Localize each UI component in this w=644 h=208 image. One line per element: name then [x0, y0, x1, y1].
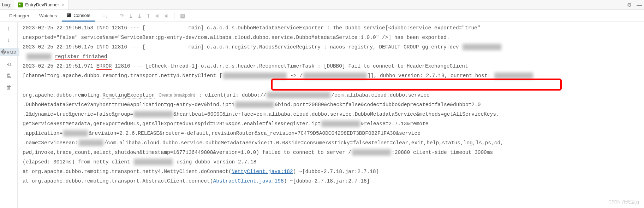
console-toolbar: ≡↓ ↷ ⤓ ⤓ ⤒ ⤨ ⤭ ▦ [102, 12, 185, 19]
grid-icon[interactable]: ▦ [180, 13, 185, 19]
watermark: CSDN @天罡gg [608, 199, 639, 205]
print-icon[interactable]: 🖶 [6, 73, 12, 79]
error-label: ERROR [96, 63, 112, 70]
log-line: .DubboMetadataService?anyhost=true&appli… [23, 100, 640, 110]
skip-icon[interactable]: ⤭ [164, 13, 168, 19]
shuffle-icon[interactable]: ⤨ [155, 13, 160, 19]
redacted [223, 73, 287, 79]
redacted [494, 73, 533, 79]
log-line: at org.apache.dubbo.remoting.transport.n… [23, 167, 640, 177]
gear-icon[interactable]: ⚙ [627, 2, 632, 8]
redacted [26, 53, 51, 60]
log-line: 2023-02-25 22:19:50.153 INFO 12816 --- [… [23, 23, 640, 33]
log-line: 2023-02-25 22:19:51.971 ERROR 12816 --- … [23, 62, 640, 71]
run-config-name: EntryDevRunner [25, 2, 59, 7]
redacted [352, 149, 391, 156]
close-icon[interactable]: × [62, 2, 65, 7]
debug-tabs: Debugger Watches Console ≡↓ ↷ ⤓ ⤓ ⤒ ⤨ ⤭ … [0, 10, 644, 22]
redacted [267, 92, 330, 98]
redacted [303, 73, 367, 79]
redacted [463, 44, 501, 50]
log-line: .application=&revision=2.2.6.RELEASE&rou… [23, 129, 640, 138]
tab-debugger[interactable]: Debugger [4, 11, 34, 21]
tab-console-label: Console [73, 13, 90, 18]
toolbar-separator [114, 12, 114, 19]
down-arrow2-icon[interactable]: ⤓ [137, 13, 142, 19]
exception-link[interactable]: RemotingException [102, 92, 155, 98]
redacted [321, 121, 360, 127]
console-output[interactable]: 2023-02-25 22:19:50.153 INFO 12816 --- [… [18, 22, 644, 208]
log-line: pwd,invoke,trace,count,select,shutdown&t… [23, 148, 640, 157]
bug-label: bug: [2, 2, 11, 7]
toolbar-separator2 [174, 12, 174, 19]
log-line: org.apache.dubbo.remoting.RemotingExcept… [23, 90, 640, 100]
redacted [134, 111, 173, 117]
run-config-icon [18, 2, 23, 7]
source-link[interactable]: NettyClient.java:182 [232, 169, 293, 174]
run-config-bar: bug: EntryDevRunner × ⚙ — [0, 0, 644, 10]
softwrap-icon[interactable]: �ями [0, 48, 19, 56]
redacted [134, 159, 173, 165]
down-arrow-icon[interactable]: ⤓ [129, 13, 133, 19]
source-link[interactable]: AbstractClient.java:198 [213, 178, 284, 184]
up-icon[interactable]: ↑ [7, 25, 10, 32]
log-line: unexported="false" serviceName="ServiceB… [23, 33, 640, 42]
up-arrow-icon[interactable]: ⤒ [146, 13, 151, 19]
trash-icon[interactable]: 🗑 [6, 84, 12, 91]
main-area: ↑ ↓ �ями ⟲ 🖶 🗑 2023-02-25 22:19:50.153 I… [0, 22, 644, 208]
redacted [63, 130, 88, 137]
tab-console[interactable]: Console [62, 10, 95, 22]
console-icon [67, 13, 71, 17]
create-breakpoint-hint[interactable]: Create breakpoint [158, 92, 196, 98]
log-line: [channel=org.apache.dubbo.remoting.trans… [23, 71, 640, 81]
log-line: .2&dynamic=true&generic=false&group=&hea… [23, 110, 640, 119]
log-line: 2023-02-25 22:19:50.175 INFO 12816 --- [… [23, 42, 640, 52]
log-line: (elapsed: 3012ms) from netty client usin… [23, 157, 640, 167]
step-over-icon[interactable]: ↷ [120, 13, 124, 19]
down-icon[interactable]: ↓ [7, 37, 10, 43]
tab-watches[interactable]: Watches [34, 11, 62, 21]
log-line: .name=ServiceBean:/com.alibaba.cloud.dub… [23, 138, 640, 148]
run-config-tab[interactable]: EntryDevRunner × [14, 0, 68, 10]
redacted [235, 102, 274, 108]
redacted [79, 140, 103, 146]
list-icon[interactable]: ≡↓ [102, 13, 108, 19]
console-gutter: ↑ ↓ �ями ⟲ 🖶 🗑 [0, 22, 18, 208]
highlighted-text: register finished [55, 54, 107, 60]
log-line: at org.apache.dubbo.remoting.transport.A… [23, 177, 640, 186]
log-line: getServiceRestMetadata,getExportedURLs,g… [23, 119, 640, 129]
log-line [23, 81, 640, 90]
log-line: register finished [23, 52, 640, 62]
rerun-icon[interactable]: ⟲ [6, 61, 11, 68]
minimize-icon[interactable]: — [637, 2, 642, 8]
